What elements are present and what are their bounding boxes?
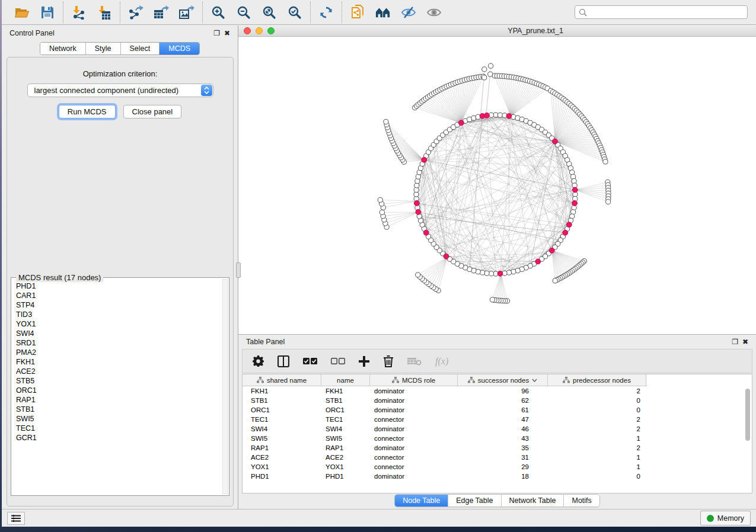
tab-mcds[interactable]: MCDS <box>159 43 199 55</box>
network-node[interactable] <box>414 192 419 197</box>
zoom-fit-icon[interactable] <box>261 5 277 20</box>
mcds-node-item[interactable]: TID3 <box>16 310 222 319</box>
network-mcds-node[interactable] <box>563 230 568 235</box>
mcds-node-item[interactable]: CAR1 <box>16 291 222 300</box>
network-mcds-node[interactable] <box>497 271 503 276</box>
mcds-node-item[interactable]: YOX1 <box>16 319 222 329</box>
close-table-panel-icon[interactable]: ✖ <box>742 338 748 345</box>
float-table-panel-icon[interactable]: ❐ <box>732 338 738 345</box>
column-header-successor-nodes[interactable]: successor nodes <box>458 374 548 386</box>
network-node[interactable] <box>497 113 502 117</box>
network-node[interactable] <box>484 271 489 275</box>
open-file-icon[interactable] <box>14 5 30 20</box>
maximize-window-icon[interactable] <box>267 27 275 34</box>
mcds-node-item[interactable]: TEC1 <box>16 424 222 433</box>
network-mcds-node[interactable] <box>566 222 572 227</box>
refresh-icon[interactable] <box>318 5 334 20</box>
table-row[interactable]: ACE2ACE2connector311 <box>243 453 752 462</box>
new-network-from-selection-icon[interactable] <box>350 5 365 20</box>
zoom-in-icon[interactable] <box>210 5 226 20</box>
table-scrollbar[interactable] <box>745 389 750 441</box>
tab-motifs[interactable]: Motifs <box>563 495 599 507</box>
tab-network[interactable]: Network <box>40 43 85 55</box>
mcds-node-item[interactable]: GCR1 <box>16 433 222 443</box>
network-leaf-node[interactable] <box>605 199 610 204</box>
network-mcds-node[interactable] <box>423 230 429 235</box>
mcds-node-item[interactable]: SWI4 <box>16 329 222 338</box>
mcds-node-item[interactable]: PHD1 <box>16 281 222 291</box>
import-table-icon[interactable] <box>97 5 112 20</box>
search-input[interactable] <box>589 8 744 17</box>
mcds-node-item[interactable]: STB1 <box>16 405 222 414</box>
tab-node-table[interactable]: Node Table <box>395 495 448 507</box>
network-node[interactable] <box>511 270 516 274</box>
network-canvas[interactable] <box>238 37 756 334</box>
node-table[interactable]: shared namenameMCDS rolesuccessor nodesp… <box>242 374 752 493</box>
network-node[interactable] <box>414 187 419 192</box>
mcds-result-list[interactable]: PHD1CAR1STP4TID3YOX1SWI4SRD1PMA2FKH1ACE2… <box>16 281 222 494</box>
table-row[interactable]: STB1STB1dominator620 <box>243 396 752 405</box>
export-network-icon[interactable] <box>128 5 143 20</box>
table-row[interactable]: FKH1FKH1dominator962 <box>243 386 752 396</box>
mcds-node-item[interactable]: ACE2 <box>16 367 222 376</box>
table-options-gear-icon[interactable] <box>253 355 264 367</box>
column-header-MCDS-role[interactable]: MCDS role <box>370 374 458 386</box>
network-leaf-node[interactable] <box>384 119 388 124</box>
network-mcds-node[interactable] <box>458 120 464 126</box>
search-network-icon[interactable] <box>375 5 391 20</box>
network-mcds-node[interactable] <box>553 139 558 144</box>
column-header-shared-name[interactable]: shared name <box>243 374 321 386</box>
table-row[interactable]: PHD1PHD1dominator180 <box>243 472 752 481</box>
table-row[interactable]: SWI5SWI5connector431 <box>243 434 752 443</box>
network-node[interactable] <box>572 178 576 183</box>
show-all-icon[interactable] <box>426 5 442 20</box>
delete-table-icon[interactable] <box>407 357 422 366</box>
network-window-titlebar[interactable]: YPA_prune.txt_1 <box>238 25 756 37</box>
minimize-window-icon[interactable] <box>256 27 263 34</box>
tab-network-table[interactable]: Network Table <box>501 495 564 507</box>
import-network-icon[interactable] <box>71 5 87 20</box>
network-leaf-node[interactable] <box>379 210 384 214</box>
column-header-predecessor-nodes[interactable]: predecessor nodes <box>548 374 646 386</box>
network-mcds-node[interactable] <box>572 187 578 193</box>
mcds-node-item[interactable]: FKH1 <box>16 357 222 367</box>
table-row[interactable]: YOX1YOX1connector291 <box>243 462 752 472</box>
criterion-dropdown[interactable]: largest connected component (undirected) <box>27 84 213 97</box>
save-session-icon[interactable] <box>40 5 55 20</box>
float-panel-icon[interactable]: ❐ <box>213 30 220 37</box>
network-node[interactable] <box>480 270 484 275</box>
network-leaf-node[interactable] <box>553 278 557 283</box>
unselect-all-columns-icon[interactable] <box>331 358 345 365</box>
hide-selected-icon[interactable] <box>401 5 416 20</box>
network-node[interactable] <box>493 113 498 117</box>
table-row[interactable]: SWI4SWI4dominator462 <box>243 424 752 434</box>
table-row[interactable]: RAP1RAP1dominator352 <box>243 443 752 453</box>
add-column-icon[interactable] <box>359 356 369 367</box>
zoom-selected-icon[interactable] <box>287 5 302 20</box>
function-builder-icon[interactable]: f(x) <box>435 356 448 367</box>
network-search-box[interactable] <box>575 5 748 19</box>
network-leaf-node[interactable] <box>490 297 495 302</box>
panel-resize-handle[interactable] <box>236 262 241 278</box>
table-row[interactable]: ORC1ORC1dominator610 <box>243 405 752 415</box>
close-panel-button[interactable]: Close panel <box>123 105 182 118</box>
mcds-node-item[interactable]: SWI5 <box>16 414 222 424</box>
mcds-node-item[interactable]: STB5 <box>16 376 222 386</box>
network-mcds-node[interactable] <box>416 209 421 214</box>
close-panel-icon[interactable]: ✖ <box>224 30 230 37</box>
memory-button[interactable]: Memory <box>700 511 751 525</box>
mcds-list-scrollbar[interactable] <box>222 279 228 494</box>
table-row[interactable]: TEC1TEC1connector472 <box>243 415 752 424</box>
network-leaf-node[interactable] <box>603 159 608 164</box>
network-mcds-node[interactable] <box>549 248 554 253</box>
network-mcds-node[interactable] <box>444 254 449 259</box>
network-mcds-node[interactable] <box>484 113 490 118</box>
zoom-out-icon[interactable] <box>236 5 251 20</box>
tab-style[interactable]: Style <box>85 43 120 55</box>
network-node[interactable] <box>506 270 511 275</box>
export-image-icon[interactable] <box>179 5 194 20</box>
network-leaf-node[interactable] <box>482 75 487 80</box>
select-all-columns-icon[interactable] <box>303 358 317 365</box>
network-leaf-node[interactable] <box>482 67 487 72</box>
network-leaf-node[interactable] <box>489 63 493 68</box>
